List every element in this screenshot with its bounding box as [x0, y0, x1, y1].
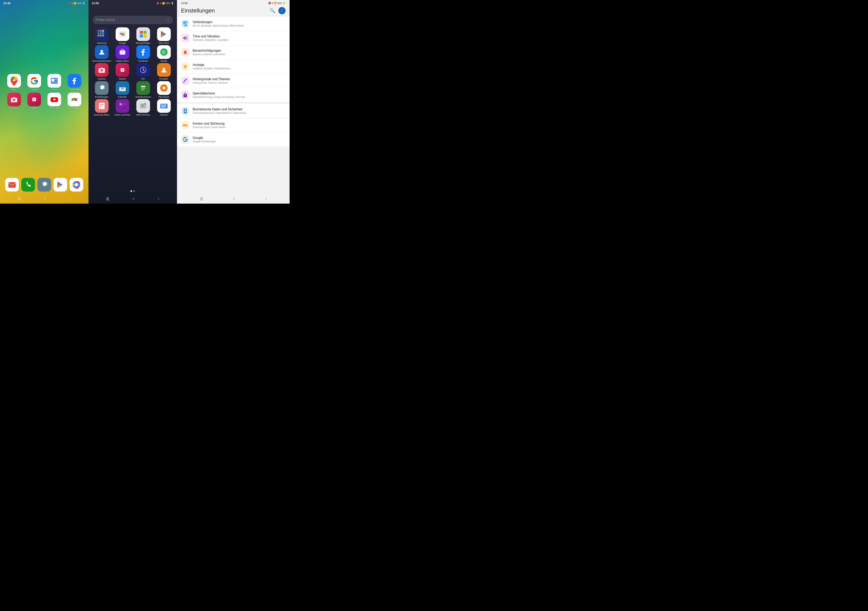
- drawer-app-playmusik[interactable]: Play Musik: [154, 81, 174, 98]
- drawer-app-galaxy-store[interactable]: Galaxy Store: [112, 45, 132, 62]
- settings-item-hintergruende[interactable]: Hintergründe und Themes Hintergründe, Th…: [177, 74, 290, 88]
- settings-item-biometrie[interactable]: Biometrische Daten und Sicherheit Gesich…: [177, 104, 290, 118]
- game-launcher-icon-img: [116, 99, 129, 113]
- home-dock: [0, 178, 88, 192]
- home-status-bar: 12:49 🔇 ▾ 📶 51% 🔋: [0, 0, 88, 6]
- drawer-time: 12:50: [92, 2, 99, 5]
- youtube-home-icon-img: [48, 93, 61, 106]
- settings-avatar-icon[interactable]: 👤: [278, 7, 285, 14]
- app-google[interactable]: Google: [25, 74, 43, 91]
- drawer-app-gboard[interactable]: Gboard: [154, 99, 174, 116]
- settings-item-toene[interactable]: Töne und Vibration Tonmodus, Klingelton,…: [177, 31, 290, 45]
- app-kamera-home[interactable]: Kamera: [5, 93, 23, 110]
- svg-rect-83: [141, 107, 144, 107]
- drawer-app-sms-services[interactable]: SMS Services: [133, 99, 153, 116]
- svg-rect-26: [102, 32, 104, 34]
- hintergruende-sub: Hintergründe, Themes, Symbole: [193, 81, 285, 84]
- home-app-grid: Maps Google News Facebook: [0, 6, 88, 110]
- page-dot-1[interactable]: [130, 190, 132, 192]
- page-dot-2[interactable]: [133, 190, 135, 192]
- home-nav-recent[interactable]: |||: [18, 196, 20, 201]
- drawer-app-facebook[interactable]: Facebook: [133, 45, 153, 62]
- playmusik-icon-img: [157, 81, 171, 95]
- svg-rect-17: [8, 182, 16, 188]
- samsung-members-label: Samsung Members: [92, 60, 111, 62]
- drawer-app-samsung[interactable]: Samsung: [92, 27, 112, 45]
- drawer-status-bar: 12:50 🔇 ▾ 📶 51% 🔋: [88, 0, 177, 6]
- google-icon-img: [27, 74, 41, 88]
- news-icon-img: [48, 74, 61, 88]
- ms-label: Microsoft Apps: [136, 42, 150, 45]
- drawer-search-input[interactable]: [96, 18, 166, 22]
- dock-chrome[interactable]: [70, 178, 83, 192]
- toene-sub: Tonmodus, Klingelton, Lautstärke: [193, 39, 285, 42]
- svg-point-67: [143, 90, 144, 90]
- drawer-app-einstellungen[interactable]: Einstellungen: [92, 81, 112, 98]
- drawer-app-samsung-notes[interactable]: Samsung Notes: [92, 99, 112, 116]
- google-settings-text: Google Google-Einstellungen: [193, 136, 285, 143]
- svg-text:20: 20: [121, 87, 124, 90]
- drawer-search-bar[interactable]: ⋮: [93, 15, 173, 24]
- dock-playstore[interactable]: [54, 178, 67, 192]
- kamera-drawer-label: Kamera: [98, 77, 105, 80]
- drawer-app-game-launcher[interactable]: Game Launcher: [112, 99, 132, 116]
- settings-nav-back[interactable]: ‹: [265, 196, 267, 201]
- spotify-icon-img: [157, 45, 171, 59]
- settings-item-anzeige[interactable]: Anzeige Helligkeit, Blaufilter, Startbil…: [177, 59, 290, 74]
- app-facebook-home[interactable]: Facebook: [65, 74, 84, 91]
- toene-icon-wrap: [181, 34, 189, 42]
- drawer-app-kontakte[interactable]: Kontakte: [154, 63, 174, 80]
- drawer-menu-dots[interactable]: ⋮: [166, 18, 170, 22]
- drawer-app-taschenrechner[interactable]: Taschenrechner: [133, 81, 153, 98]
- home-nav-back[interactable]: ‹: [70, 196, 71, 201]
- samsung-icon-img: [95, 27, 108, 41]
- app-maps[interactable]: Maps: [5, 74, 23, 91]
- svg-point-41: [160, 48, 167, 56]
- drawer-app-kalender[interactable]: 20 Kalender: [112, 81, 132, 98]
- settings-item-konten[interactable]: Konten und Sicherung Samsung Cloud, Smar…: [177, 118, 290, 133]
- home-nav-home[interactable]: ○: [44, 196, 46, 201]
- settings-nav-home[interactable]: ○: [233, 196, 235, 201]
- game-launcher-label: Game Launcher: [115, 114, 130, 116]
- settings-item-google[interactable]: Google Google-Einstellungen: [177, 133, 290, 147]
- app-youtube-home[interactable]: YouTube: [45, 93, 64, 110]
- app-google-photos[interactable]: Google: [65, 93, 84, 110]
- drawer-app-uhr[interactable]: Uhr: [133, 63, 153, 80]
- facebook-drawer-label: Facebook: [138, 60, 148, 62]
- drawer-app-galerie[interactable]: Galerie: [112, 63, 132, 80]
- drawer-app-spotify[interactable]: Spotify: [154, 45, 174, 62]
- settings-item-verbindungen[interactable]: Verbindungen WLAN, Bluetooth, Datennutzu…: [177, 17, 290, 31]
- drawer-app-google-folder[interactable]: Google: [112, 27, 132, 45]
- dock-phone[interactable]: [21, 178, 35, 192]
- drawer-app-ms[interactable]: Microsoft Apps: [133, 27, 153, 45]
- app-news[interactable]: News: [45, 74, 64, 91]
- settings-header: Einstellungen 🔍 👤: [177, 5, 290, 17]
- drawer-nav-home[interactable]: ○: [133, 196, 135, 201]
- svg-point-11: [33, 98, 33, 99]
- settings-item-benachrichtigungen[interactable]: Benachrichtigungen Sperren, zulassen, pr…: [177, 45, 290, 59]
- hintergruende-icon-wrap: [181, 77, 189, 85]
- samsung-label: Samsung: [97, 42, 106, 45]
- google-photos-label: Google: [71, 107, 78, 110]
- svg-rect-62: [141, 86, 145, 87]
- svg-rect-29: [102, 34, 104, 37]
- spotify-label: Spotify: [161, 60, 167, 62]
- sperrbildschirm-icon-wrap: [181, 91, 189, 99]
- svg-rect-74: [100, 107, 102, 107]
- settings-item-sperrbildschirm[interactable]: Sperrbildschirm Sperrbildschirmtyp, Alwa…: [177, 88, 290, 102]
- svg-rect-78: [123, 106, 126, 109]
- drawer-app-samsung-members[interactable]: Samsung Members: [92, 45, 112, 62]
- drawer-app-playstore[interactable]: Play Store: [154, 27, 174, 45]
- drawer-nav-back[interactable]: ‹: [158, 196, 159, 201]
- dock-settings[interactable]: [37, 178, 51, 192]
- svg-point-39: [100, 50, 103, 53]
- gboard-icon-img: [157, 99, 171, 113]
- dock-mail[interactable]: [5, 178, 19, 192]
- settings-nav-recent[interactable]: |||: [200, 196, 203, 201]
- google-folder-label: Google: [119, 42, 126, 45]
- benachrichtigungen-icon-wrap: [181, 48, 189, 56]
- drawer-app-kamera[interactable]: Kamera: [92, 63, 112, 80]
- settings-search-icon[interactable]: 🔍: [270, 8, 275, 13]
- app-galerie-home[interactable]: Galerie: [25, 93, 43, 110]
- drawer-nav-recent[interactable]: |||: [106, 196, 109, 201]
